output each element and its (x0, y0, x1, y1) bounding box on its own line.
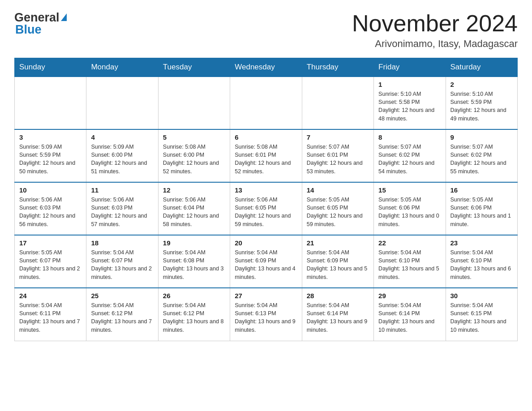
logo-blue-text: Blue (14, 23, 67, 37)
day-cell: 12Sunrise: 5:06 AMSunset: 6:04 PMDayligh… (158, 182, 230, 235)
day-number: 22 (378, 239, 441, 247)
day-info: Sunrise: 5:04 AMSunset: 6:14 PMDaylight:… (307, 301, 369, 334)
day-cell: 25Sunrise: 5:04 AMSunset: 6:12 PMDayligh… (86, 288, 158, 341)
day-number: 30 (450, 292, 513, 300)
day-cell: 22Sunrise: 5:04 AMSunset: 6:10 PMDayligh… (374, 235, 446, 288)
day-number: 5 (163, 133, 225, 141)
week-row-0: 1Sunrise: 5:10 AMSunset: 5:58 PMDaylight… (15, 77, 518, 129)
day-cell: 13Sunrise: 5:06 AMSunset: 6:05 PMDayligh… (230, 182, 302, 235)
page-header: General Blue November 2024 Arivonimamo, … (14, 11, 518, 50)
week-row-4: 24Sunrise: 5:04 AMSunset: 6:11 PMDayligh… (15, 288, 518, 341)
day-info: Sunrise: 5:04 AMSunset: 6:12 PMDaylight:… (163, 301, 225, 334)
day-info: Sunrise: 5:09 AMSunset: 6:00 PMDaylight:… (91, 143, 153, 176)
day-cell (15, 77, 86, 129)
header-sunday: Sunday (15, 58, 86, 77)
day-info: Sunrise: 5:10 AMSunset: 5:58 PMDaylight:… (378, 90, 441, 123)
day-number: 15 (378, 186, 441, 194)
title-area: November 2024 Arivonimamo, Itasy, Madaga… (352, 11, 518, 50)
day-info: Sunrise: 5:04 AMSunset: 6:08 PMDaylight:… (163, 248, 225, 281)
day-cell: 28Sunrise: 5:04 AMSunset: 6:14 PMDayligh… (302, 288, 373, 341)
logo: General Blue (14, 11, 67, 37)
day-cell: 27Sunrise: 5:04 AMSunset: 6:13 PMDayligh… (230, 288, 302, 341)
day-info: Sunrise: 5:06 AMSunset: 6:03 PMDaylight:… (19, 196, 82, 228)
day-number: 18 (91, 239, 153, 247)
logo-triangle-icon (61, 13, 67, 21)
day-cell: 30Sunrise: 5:04 AMSunset: 6:15 PMDayligh… (446, 288, 517, 341)
day-number: 17 (19, 239, 82, 247)
day-number: 10 (19, 186, 82, 194)
day-cell: 10Sunrise: 5:06 AMSunset: 6:03 PMDayligh… (15, 182, 86, 235)
day-cell (230, 77, 302, 129)
day-info: Sunrise: 5:07 AMSunset: 6:02 PMDaylight:… (450, 143, 513, 176)
day-cell: 24Sunrise: 5:04 AMSunset: 6:11 PMDayligh… (15, 288, 86, 341)
day-number: 23 (450, 239, 513, 247)
day-info: Sunrise: 5:04 AMSunset: 6:12 PMDaylight:… (91, 301, 153, 334)
month-title: November 2024 (352, 11, 518, 36)
header-saturday: Saturday (446, 58, 517, 77)
day-info: Sunrise: 5:04 AMSunset: 6:07 PMDaylight:… (91, 248, 153, 281)
day-info: Sunrise: 5:05 AMSunset: 6:06 PMDaylight:… (378, 196, 441, 228)
day-number: 2 (450, 81, 513, 88)
day-cell: 26Sunrise: 5:04 AMSunset: 6:12 PMDayligh… (158, 288, 230, 341)
day-info: Sunrise: 5:05 AMSunset: 6:07 PMDaylight:… (19, 248, 82, 281)
day-cell: 19Sunrise: 5:04 AMSunset: 6:08 PMDayligh… (158, 235, 230, 288)
day-info: Sunrise: 5:07 AMSunset: 6:01 PMDaylight:… (307, 143, 369, 176)
day-info: Sunrise: 5:04 AMSunset: 6:09 PMDaylight:… (235, 248, 297, 281)
day-info: Sunrise: 5:06 AMSunset: 6:03 PMDaylight:… (91, 196, 153, 228)
week-row-1: 3Sunrise: 5:09 AMSunset: 5:59 PMDaylight… (15, 129, 518, 182)
day-cell: 2Sunrise: 5:10 AMSunset: 5:59 PMDaylight… (446, 77, 517, 129)
day-number: 24 (19, 292, 82, 300)
day-number: 21 (307, 239, 369, 247)
day-cell: 1Sunrise: 5:10 AMSunset: 5:58 PMDaylight… (374, 77, 446, 129)
day-number: 1 (378, 81, 441, 88)
day-cell: 29Sunrise: 5:04 AMSunset: 6:14 PMDayligh… (374, 288, 446, 341)
calendar-table: SundayMondayTuesdayWednesdayThursdayFrid… (14, 58, 518, 341)
day-cell: 8Sunrise: 5:07 AMSunset: 6:02 PMDaylight… (374, 129, 446, 182)
day-number: 25 (91, 292, 153, 300)
day-info: Sunrise: 5:10 AMSunset: 5:59 PMDaylight:… (450, 90, 513, 123)
day-cell: 14Sunrise: 5:05 AMSunset: 6:05 PMDayligh… (302, 182, 373, 235)
day-cell: 16Sunrise: 5:05 AMSunset: 6:06 PMDayligh… (446, 182, 517, 235)
day-number: 8 (378, 133, 441, 141)
day-info: Sunrise: 5:04 AMSunset: 6:11 PMDaylight:… (19, 301, 82, 334)
day-cell: 5Sunrise: 5:08 AMSunset: 6:00 PMDaylight… (158, 129, 230, 182)
day-number: 3 (19, 133, 82, 141)
day-number: 28 (307, 292, 369, 300)
day-info: Sunrise: 5:06 AMSunset: 6:04 PMDaylight:… (163, 196, 225, 228)
location-subtitle: Arivonimamo, Itasy, Madagascar (352, 38, 518, 50)
header-friday: Friday (374, 58, 446, 77)
day-info: Sunrise: 5:08 AMSunset: 6:01 PMDaylight:… (235, 143, 297, 176)
header-monday: Monday (86, 58, 158, 77)
day-info: Sunrise: 5:09 AMSunset: 5:59 PMDaylight:… (19, 143, 82, 176)
week-row-2: 10Sunrise: 5:06 AMSunset: 6:03 PMDayligh… (15, 182, 518, 235)
day-info: Sunrise: 5:04 AMSunset: 6:14 PMDaylight:… (378, 301, 441, 334)
day-info: Sunrise: 5:04 AMSunset: 6:09 PMDaylight:… (307, 248, 369, 281)
header-thursday: Thursday (302, 58, 373, 77)
week-row-3: 17Sunrise: 5:05 AMSunset: 6:07 PMDayligh… (15, 235, 518, 288)
day-info: Sunrise: 5:06 AMSunset: 6:05 PMDaylight:… (235, 196, 297, 228)
day-number: 11 (91, 186, 153, 194)
day-cell: 21Sunrise: 5:04 AMSunset: 6:09 PMDayligh… (302, 235, 373, 288)
day-cell (86, 77, 158, 129)
day-info: Sunrise: 5:04 AMSunset: 6:10 PMDaylight:… (378, 248, 441, 281)
day-cell: 18Sunrise: 5:04 AMSunset: 6:07 PMDayligh… (86, 235, 158, 288)
day-info: Sunrise: 5:05 AMSunset: 6:05 PMDaylight:… (307, 196, 369, 228)
day-info: Sunrise: 5:08 AMSunset: 6:00 PMDaylight:… (163, 143, 225, 176)
header-tuesday: Tuesday (158, 58, 230, 77)
day-number: 7 (307, 133, 369, 141)
day-number: 26 (163, 292, 225, 300)
day-number: 20 (235, 239, 297, 247)
header-wednesday: Wednesday (230, 58, 302, 77)
day-cell: 20Sunrise: 5:04 AMSunset: 6:09 PMDayligh… (230, 235, 302, 288)
day-cell: 23Sunrise: 5:04 AMSunset: 6:10 PMDayligh… (446, 235, 517, 288)
day-cell: 17Sunrise: 5:05 AMSunset: 6:07 PMDayligh… (15, 235, 86, 288)
day-number: 13 (235, 186, 297, 194)
day-number: 4 (91, 133, 153, 141)
day-number: 12 (163, 186, 225, 194)
calendar-header-row: SundayMondayTuesdayWednesdayThursdayFrid… (15, 58, 518, 77)
day-info: Sunrise: 5:04 AMSunset: 6:10 PMDaylight:… (450, 248, 513, 281)
day-info: Sunrise: 5:05 AMSunset: 6:06 PMDaylight:… (450, 196, 513, 228)
day-info: Sunrise: 5:04 AMSunset: 6:15 PMDaylight:… (450, 301, 513, 334)
day-info: Sunrise: 5:04 AMSunset: 6:13 PMDaylight:… (235, 301, 297, 334)
day-cell: 9Sunrise: 5:07 AMSunset: 6:02 PMDaylight… (446, 129, 517, 182)
